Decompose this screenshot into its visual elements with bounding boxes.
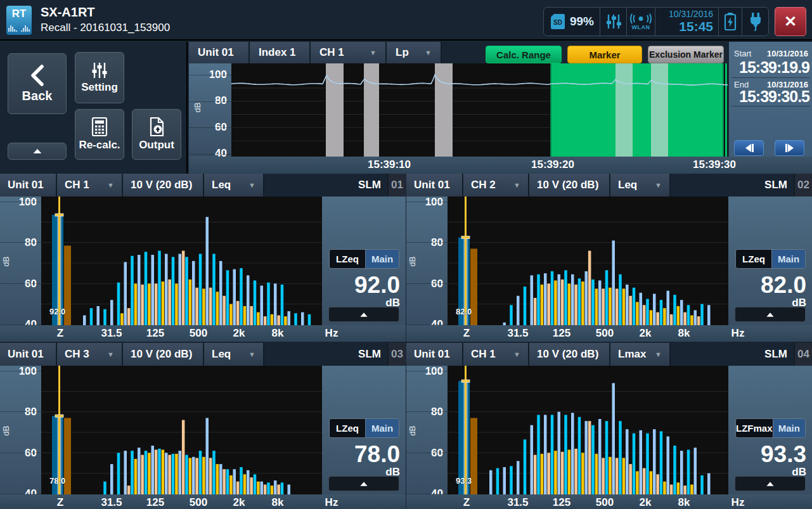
spectrum-y-axis: 100806040dB — [0, 366, 41, 494]
range-next-button[interactable] — [775, 140, 804, 156]
sidebar: Back Setting Re-calc. — [0, 42, 188, 174]
chevron-down-icon: ▼ — [425, 49, 432, 56]
spectrum-chart[interactable]: 93.3 — [448, 366, 728, 494]
sd-card-status[interactable]: SD 99% — [544, 8, 600, 35]
recalc-label: Re-calc. — [79, 139, 120, 151]
svg-text:SD: SD — [553, 19, 562, 26]
slm-metric-dropdown[interactable]: Leq▼ — [204, 343, 264, 366]
wlan-status[interactable]: WLAN — [627, 8, 655, 35]
power-status[interactable] — [742, 8, 768, 35]
main-button[interactable]: Main — [366, 419, 399, 437]
slm-panel-header: Unit 01CH 1▼10 V (20 dB)Leq▼SLM01 — [0, 174, 406, 197]
spectrum-chart-svg: 93.3 — [448, 366, 728, 494]
main-button[interactable]: Main — [773, 419, 805, 437]
info-divider2 — [731, 106, 809, 106]
metric-name-button[interactable]: LZeq — [736, 250, 772, 268]
panel-collapse-button[interactable] — [328, 307, 399, 322]
slm-range: 10 V (20 dB) — [529, 174, 610, 197]
slm-number: 02 — [794, 174, 812, 197]
skip-back-icon — [744, 144, 755, 152]
timeline-channel-dropdown[interactable]: CH 1▼ — [311, 42, 387, 63]
marker-button[interactable]: Marker — [567, 46, 642, 63]
datetime-status[interactable]: 10/31/2016 15:45 — [655, 8, 719, 35]
recalc-button[interactable]: Re-calc. — [75, 109, 124, 160]
main-button[interactable]: Main — [366, 250, 399, 268]
metric-name-button[interactable]: LZeq — [330, 419, 366, 437]
back-button[interactable]: Back — [8, 53, 67, 114]
chevron-down-icon: ▼ — [107, 351, 114, 358]
slm-range: 10 V (20 dB) — [123, 174, 204, 197]
spectrum-chart[interactable]: 82.0 — [448, 197, 728, 325]
close-button[interactable]: ✕ — [775, 7, 806, 36]
slm-unit: Unit 01 — [0, 343, 57, 366]
timeline-unit: Unit 01 — [189, 42, 250, 63]
slm-metric-dropdown[interactable]: Lmax▼ — [610, 343, 671, 366]
metric-name-button[interactable]: LZeq — [330, 250, 366, 268]
tl-ytick-80: 80 — [215, 94, 227, 107]
chevron-down-icon: ▼ — [248, 351, 255, 358]
calculator-icon — [91, 117, 108, 136]
sd-percent: 99% — [570, 15, 594, 29]
slm-channel-dropdown[interactable]: CH 1▼ — [57, 174, 123, 197]
metric-toggle: LZeqMain — [329, 249, 399, 269]
sidebar-collapse-button[interactable] — [8, 143, 67, 160]
levels-status[interactable] — [600, 8, 627, 35]
timeline-chart[interactable] — [231, 63, 728, 157]
top-status-bar: RT SX-A1RT Recall - 20161031_153900 SD 9… — [0, 0, 812, 41]
calc-range-button[interactable]: Calc. Range — [486, 46, 562, 63]
slm-label: SLM — [758, 343, 794, 366]
chevron-down-icon: ▼ — [513, 351, 520, 358]
timeline-metric-dropdown[interactable]: Lp▼ — [387, 42, 442, 63]
output-label: Output — [139, 139, 174, 151]
range-prev-button[interactable] — [734, 140, 764, 156]
slm-main-value: 78.0 — [354, 442, 400, 467]
start-label: Start — [734, 48, 751, 59]
tl-ylabel: dB — [193, 103, 202, 113]
timeline-chart-svg — [231, 63, 728, 157]
slm-main-value: 92.0 — [354, 273, 400, 298]
info-divider — [731, 77, 809, 78]
slm-unit: Unit 01 — [406, 174, 463, 197]
slm-channel-dropdown[interactable]: CH 2▼ — [463, 174, 529, 197]
spectrum-chart-svg: 92.0 — [41, 197, 322, 325]
spectrum-chart[interactable]: 92.0 — [41, 197, 322, 325]
spectrum-x-axis: Z31.51255002k8kHz — [406, 325, 812, 342]
start-time: 15:39:19.9 — [739, 58, 809, 77]
spectrum-x-axis: Z31.51255002k8kHz — [0, 325, 406, 342]
file-output-icon — [148, 117, 165, 136]
slm-number: 04 — [794, 343, 812, 366]
slm-panel-header: Unit 01CH 3▼10 V (20 dB)Leq▼SLM03 — [0, 343, 406, 366]
svg-text:92.0: 92.0 — [49, 307, 65, 316]
setting-button[interactable]: Setting — [75, 52, 124, 103]
slm-value-panel: LZeqMain82.0dB — [728, 197, 812, 325]
slm-number: 01 — [387, 174, 406, 197]
slm-metric-dropdown[interactable]: Leq▼ — [204, 174, 264, 197]
spectrum-x-axis: Z31.51255002k8kHz — [0, 494, 406, 509]
panel-collapse-button[interactable] — [735, 476, 806, 491]
main-button[interactable]: Main — [772, 250, 805, 268]
svg-text:82.0: 82.0 — [456, 307, 472, 316]
spectrum-chart-svg: 82.0 — [448, 197, 728, 325]
panel-collapse-button[interactable] — [735, 307, 806, 322]
screen-subtitle: Recall - 20161031_153900 — [41, 22, 170, 34]
battery-status[interactable] — [719, 8, 742, 35]
metric-name-button[interactable]: LZFmax — [736, 419, 773, 437]
slm-channel-dropdown[interactable]: CH 1▼ — [463, 343, 529, 366]
spectrum-chart[interactable]: 78.0 — [41, 366, 322, 494]
close-icon: ✕ — [784, 13, 797, 30]
slm-metric-dropdown[interactable]: Leq▼ — [610, 174, 671, 197]
exclusion-marker-button[interactable]: Exclusion Marker — [648, 46, 724, 63]
slm-label: SLM — [758, 174, 794, 197]
slm-value-panel: LZFmaxMain93.3dB — [728, 366, 812, 494]
collapse-up-icon — [33, 149, 41, 153]
output-button[interactable]: Output — [132, 109, 181, 160]
chevron-down-icon: ▼ — [107, 181, 114, 189]
status-time: 15:45 — [679, 19, 713, 34]
battery-icon — [724, 12, 737, 31]
timeline-x-axis: 15:39:10 15:39:20 15:39:30 — [189, 157, 812, 174]
status-cluster: SD 99% — [543, 7, 769, 36]
panel-collapse-button[interactable] — [328, 476, 399, 491]
slm-channel-dropdown[interactable]: CH 3▼ — [57, 343, 123, 366]
slm-label: SLM — [352, 174, 387, 197]
spectrum-chart-svg: 78.0 — [41, 366, 322, 494]
